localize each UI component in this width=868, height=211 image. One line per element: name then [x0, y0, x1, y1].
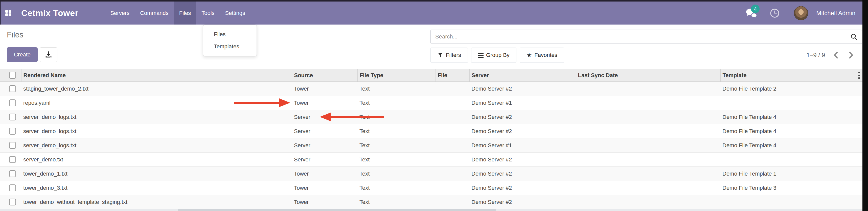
search-box [430, 30, 862, 44]
search-icon [850, 33, 858, 40]
filter-funnel-icon [437, 52, 443, 58]
group-by-label: Group By [486, 52, 509, 58]
apps-menu-button[interactable] [0, 2, 16, 25]
dropdown-item-files[interactable]: Files [203, 28, 256, 40]
chevron-right-icon [848, 51, 854, 59]
filters-label: Filters [446, 52, 461, 58]
chevron-left-icon [833, 51, 839, 59]
filters-button[interactable]: Filters [430, 48, 468, 63]
avatar[interactable] [794, 6, 808, 20]
column-header-template[interactable]: Template [720, 69, 862, 82]
column-header-file-type[interactable]: File Type [358, 69, 436, 82]
window-left-edge [0, 2, 1, 25]
user-menu[interactable]: Mitchell Admin [816, 10, 855, 17]
menu-item-servers[interactable]: Servers [105, 2, 135, 25]
dropdown-item-templates[interactable]: Templates [203, 40, 256, 53]
pager-previous-button[interactable] [832, 50, 840, 60]
menu-item-settings[interactable]: Settings [220, 2, 251, 25]
top-navbar: Cetmix Tower Servers Commands Files Tool… [0, 2, 862, 25]
clock-icon [770, 8, 780, 18]
column-header-file[interactable]: File [436, 69, 469, 82]
row-checkbox[interactable] [9, 156, 16, 163]
table-row[interactable]: server_demo.txtServer Text Demo Server #… [0, 153, 862, 167]
table-row[interactable]: tower_demo_1.txtTower Text Demo Server #… [0, 167, 862, 181]
table-row[interactable]: server_demo_logs.txtServer Text Demo Ser… [0, 124, 862, 139]
column-header-server[interactable]: Server [469, 69, 576, 82]
brand-title: Cetmix Tower [16, 2, 84, 25]
column-header-last-sync-date[interactable]: Last Sync Date [576, 69, 720, 82]
search-submit[interactable] [846, 33, 862, 40]
column-header-source[interactable]: Source [292, 69, 358, 82]
column-header-rendered-name[interactable]: Rendered Name [21, 69, 292, 82]
row-checkbox[interactable] [9, 199, 16, 205]
star-icon: ★ [527, 52, 532, 58]
window-top-edge [0, 0, 868, 2]
export-button[interactable] [40, 47, 57, 62]
horizontal-scrollbar-track [0, 209, 862, 211]
pager-range: 1–9 / 9 [807, 52, 825, 59]
table-row[interactable]: tower_demo_without_template_staging.txtT… [0, 195, 862, 209]
select-all-checkbox[interactable] [9, 72, 16, 79]
menu-item-files[interactable]: Files [174, 2, 196, 25]
app-window: Cetmix Tower Servers Commands Files Tool… [0, 0, 868, 211]
page-title: Files [7, 30, 23, 39]
table-row[interactable]: tower_demo_3.txtTower Text Demo Server #… [0, 181, 862, 195]
navbar-right: 4 Mitchell Admin [745, 2, 862, 25]
pager: 1–9 / 9 [807, 48, 855, 63]
menu-item-commands[interactable]: Commands [135, 2, 174, 25]
row-checkbox[interactable] [9, 142, 16, 149]
row-checkbox[interactable] [9, 170, 16, 177]
favorites-button[interactable]: ★ Favorites [520, 48, 564, 63]
menu-item-tools[interactable]: Tools [196, 2, 220, 25]
table-row[interactable]: server_demo_logs.txtServer Text Demo Ser… [0, 110, 862, 124]
row-checkbox[interactable] [9, 128, 16, 134]
main-menu: Servers Commands Files Tools Settings [105, 2, 250, 25]
table-header-row: Rendered Name Source File Type File Serv… [0, 69, 862, 82]
view-controls: Filters Group By ★ Favorites [430, 48, 564, 63]
favorites-label: Favorites [534, 52, 557, 58]
create-button[interactable]: Create [7, 47, 38, 62]
row-checkbox[interactable] [9, 184, 16, 191]
optional-columns-icon[interactable] [858, 72, 860, 79]
horizontal-scrollbar-thumb[interactable] [178, 209, 496, 211]
row-checkbox[interactable] [9, 99, 16, 106]
messages-count-badge: 4 [751, 5, 760, 13]
pager-next-button[interactable] [847, 50, 855, 60]
row-checkbox[interactable] [9, 114, 16, 120]
files-dropdown-menu: Files Templates [203, 25, 257, 56]
apps-grid-icon [5, 10, 11, 16]
group-by-button[interactable]: Group By [471, 48, 517, 63]
table-row[interactable]: repos.yamlTower Text Demo Server #1 [0, 96, 862, 110]
search-input[interactable] [431, 33, 846, 40]
download-icon [44, 50, 53, 59]
files-list-table: Rendered Name Source File Type File Serv… [0, 69, 862, 209]
activities-button[interactable] [770, 8, 780, 18]
table-row[interactable]: server_demo_logs.txtServer Text Demo Ser… [0, 139, 862, 153]
window-right-edge [862, 0, 868, 211]
row-checkbox[interactable] [9, 85, 16, 92]
messages-button[interactable]: 4 [745, 8, 758, 19]
group-by-icon [478, 53, 484, 58]
table-row[interactable]: staging_tower_demo_2.txtTower Text Demo … [0, 82, 862, 96]
